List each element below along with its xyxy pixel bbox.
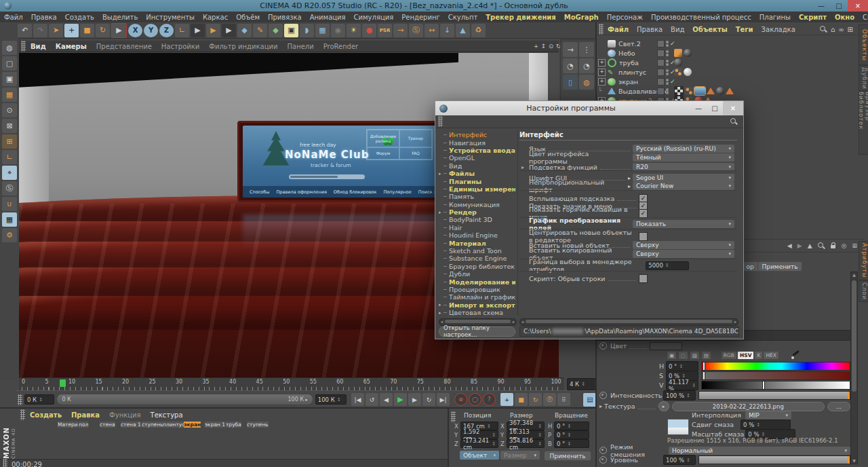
materials-menu-item[interactable]: Текстура bbox=[146, 411, 188, 419]
home-icon[interactable]: ⌂ bbox=[831, 26, 835, 33]
dialog-titlebar[interactable]: Настройки программы — □ × bbox=[435, 101, 743, 115]
menu-item[interactable]: Создать bbox=[61, 14, 98, 21]
menu-item[interactable]: Анимация bbox=[306, 14, 350, 21]
size-mode-dropdown[interactable]: Размер bbox=[500, 451, 540, 460]
playback-button[interactable]: ◀ bbox=[380, 393, 393, 406]
target-icon[interactable]: ◎ bbox=[842, 242, 847, 249]
menu-item[interactable]: Каркас bbox=[199, 14, 232, 21]
toolbar-icon[interactable]: ● bbox=[362, 24, 376, 37]
object-row-plintus[interactable]: +✎ плинтус ✓ bbox=[598, 67, 857, 77]
settings-category[interactable]: Единицы измерения bbox=[439, 185, 515, 193]
menu-item[interactable]: Скрипт bbox=[795, 14, 831, 21]
mode-icon[interactable]: ⚙ bbox=[2, 228, 17, 242]
object-row-vydavlivanie[interactable]: └ Выдавливание bbox=[598, 86, 857, 96]
settings-category[interactable]: Hair bbox=[439, 224, 515, 231]
scrollbar-thumb[interactable] bbox=[852, 280, 856, 392]
menu-item[interactable]: Привязка bbox=[264, 14, 306, 21]
font-gui-dropdown[interactable]: Segoe UI bbox=[633, 174, 734, 182]
toolbar-icon[interactable]: X bbox=[128, 24, 142, 37]
toolbar-icon[interactable]: ♻ bbox=[471, 24, 486, 37]
radio-icon[interactable] bbox=[599, 447, 607, 454]
object-toggles[interactable]: ✓ bbox=[657, 69, 675, 76]
settings-category[interactable]: Вид bbox=[439, 162, 515, 170]
timeline-ruler[interactable]: 0 5 10 15 20 25 30 35 40 45 50 55 60 65 … bbox=[19, 377, 564, 392]
frame-range-slider[interactable]: 0 К 100 К bbox=[56, 394, 313, 405]
drag-handle[interactable] bbox=[599, 24, 604, 35]
mode-icon[interactable]: ∪ bbox=[2, 197, 17, 211]
material-tag-icon[interactable] bbox=[674, 58, 682, 67]
radio-icon[interactable] bbox=[599, 456, 607, 464]
settings-category[interactable]: Файлы bbox=[439, 170, 515, 177]
radio-icon[interactable] bbox=[599, 342, 607, 350]
toolbar-icon[interactable]: Y bbox=[144, 24, 158, 37]
menu-item[interactable]: Инструменты bbox=[142, 14, 199, 21]
om-menu-item[interactable]: Теги bbox=[732, 26, 757, 33]
range-start-field[interactable]: 0 К bbox=[24, 394, 54, 405]
settings-category[interactable]: Устройства ввода bbox=[439, 147, 515, 154]
settings-category[interactable]: Substance Engine bbox=[439, 255, 515, 262]
add-panel-icon[interactable]: ⊞ bbox=[848, 26, 853, 33]
wheel-mode-icon[interactable]: ◌ bbox=[679, 352, 688, 359]
om-menu-item[interactable]: Вид bbox=[667, 26, 688, 33]
v-field[interactable]: 41.117 % bbox=[666, 380, 698, 390]
expand-arrow-icon[interactable]: ▸ bbox=[628, 183, 631, 189]
intensity-slider[interactable] bbox=[698, 391, 850, 400]
settings-category[interactable]: Таймлайн и график функций bbox=[439, 293, 515, 301]
materials-menu-item[interactable]: Создать bbox=[25, 411, 66, 419]
toolbar-icon[interactable]: ▦ bbox=[315, 24, 330, 37]
object-toggles[interactable]: ✓ bbox=[657, 78, 675, 86]
menu-item[interactable]: Справка bbox=[859, 14, 868, 21]
am-apply-button[interactable]: Применить bbox=[757, 261, 802, 272]
settings-category[interactable]: Материал bbox=[439, 239, 515, 246]
current-frame-field[interactable]: 4 К bbox=[567, 378, 599, 390]
playhead[interactable] bbox=[60, 379, 66, 387]
menu-item[interactable]: Выделить bbox=[98, 14, 142, 21]
tab-content-browser[interactable]: Браузер библиотек bbox=[859, 91, 868, 155]
toolbar-icon[interactable]: Ⓢ bbox=[409, 24, 423, 37]
palette-icon[interactable]: ⋮ bbox=[579, 42, 594, 57]
menu-item[interactable]: Объём bbox=[232, 14, 264, 21]
menu-item[interactable]: Симуляция bbox=[350, 14, 398, 21]
view-control-icon[interactable]: ⊙ bbox=[548, 41, 554, 50]
tab-takes[interactable]: Дубли bbox=[859, 65, 868, 91]
material-item[interactable]: стена bbox=[100, 420, 120, 428]
object-row-truba[interactable]: + труба ✓ bbox=[598, 58, 857, 67]
object-row-ekran[interactable]: + экран ✓ bbox=[598, 77, 857, 86]
toolbar-icon[interactable]: ✎ bbox=[253, 24, 267, 37]
pos-z-field[interactable]: -173.241 cm bbox=[460, 439, 498, 448]
mode-icon[interactable]: ▢ bbox=[2, 56, 17, 71]
viewport-menu-item[interactable]: Панели bbox=[282, 43, 318, 50]
material-tag-icon[interactable] bbox=[716, 87, 724, 95]
color-mode-chip[interactable]: RGB bbox=[722, 352, 736, 359]
material-item[interactable]: Матери bbox=[58, 420, 78, 428]
settings-category[interactable]: Интерфейс bbox=[439, 131, 515, 138]
scheme-dropdown[interactable]: Тёмный bbox=[633, 153, 734, 162]
image-mode-icon[interactable]: ▤ bbox=[702, 352, 711, 359]
viewport-menu-item[interactable]: Представление bbox=[92, 43, 157, 50]
hue-cursor[interactable] bbox=[703, 362, 705, 371]
record-button[interactable]: ? bbox=[483, 393, 496, 406]
toolbar-icon[interactable]: ◆ bbox=[237, 24, 252, 37]
texture-mode-icon[interactable]: ▣ bbox=[667, 352, 676, 359]
mode-icon[interactable]: ▦ bbox=[2, 88, 17, 102]
toolbar-icon[interactable]: ↔ bbox=[425, 24, 439, 37]
toolbar-icon[interactable]: ◗ bbox=[300, 24, 314, 37]
up-icon[interactable]: ▲ bbox=[808, 242, 812, 249]
texture-tag-icon[interactable] bbox=[694, 87, 705, 95]
value-slider[interactable] bbox=[701, 381, 850, 390]
level-field[interactable]: 100 % bbox=[663, 455, 696, 465]
open-prefs-folder-button[interactable]: Открыть папку настроек... bbox=[439, 326, 515, 337]
toolbar-icon[interactable]: ↻ bbox=[96, 24, 110, 37]
toolbar-icon[interactable]: ☀ bbox=[347, 24, 361, 37]
viewport-menu-item[interactable]: Камеры bbox=[51, 43, 92, 50]
record-button[interactable]: ⊘ bbox=[454, 393, 467, 406]
settings-category[interactable]: Дубли bbox=[439, 270, 515, 278]
mode-icon[interactable]: ⌖ bbox=[2, 166, 17, 180]
toolbar-icon[interactable]: ➤ bbox=[49, 24, 63, 37]
content-hscrollbar[interactable]: ◂▸ bbox=[519, 318, 738, 326]
toolbar-icon[interactable]: ■ bbox=[80, 24, 94, 37]
settings-category[interactable]: Коммуникация bbox=[439, 201, 515, 208]
settings-category[interactable]: Браузер библиотек bbox=[439, 263, 515, 270]
settings-category[interactable]: Рендер bbox=[439, 208, 515, 216]
menu-item[interactable]: Файл bbox=[0, 14, 27, 21]
